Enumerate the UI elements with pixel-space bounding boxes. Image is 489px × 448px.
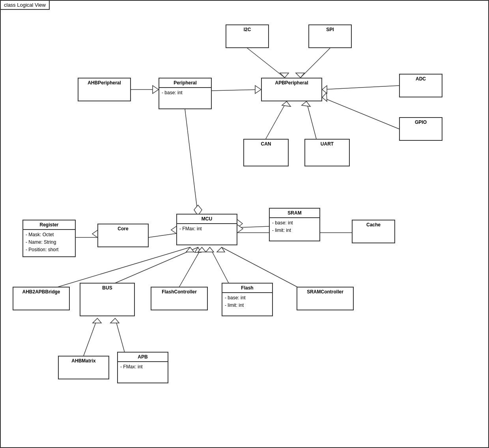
box-SRAMController: SRAMController — [297, 287, 354, 310]
svg-line-16 — [185, 109, 198, 216]
box-Register: Register - Mask: Octet- Name: String- Po… — [22, 220, 76, 257]
svg-line-14 — [306, 101, 316, 139]
box-Peripheral-attrs: - base: int — [159, 88, 211, 98]
box-MCU-attrs: - FMax: int — [177, 224, 237, 234]
svg-line-4 — [322, 86, 399, 90]
svg-line-10 — [212, 90, 261, 91]
svg-marker-39 — [110, 318, 119, 323]
box-UART-header: UART — [305, 140, 349, 148]
box-AHB2APBBridge-header: AHB2APBBridge — [13, 287, 69, 296]
svg-line-26 — [111, 247, 198, 285]
svg-line-6 — [322, 97, 399, 129]
box-SRAMController-header: SRAMController — [297, 287, 353, 296]
svg-marker-5 — [322, 86, 327, 93]
box-SPI-header: SPI — [309, 25, 351, 34]
box-APBPeripheral: APBPeripheral — [261, 78, 322, 101]
box-FlashController: FlashController — [151, 287, 208, 310]
diagram-container: class Logical View — [0, 0, 489, 448]
box-Register-header: Register — [23, 220, 75, 230]
svg-marker-1 — [280, 73, 289, 78]
box-GPIO: GPIO — [399, 117, 442, 141]
svg-line-12 — [266, 101, 287, 139]
svg-line-22 — [237, 226, 269, 228]
svg-marker-33 — [217, 247, 225, 252]
svg-marker-13 — [282, 101, 291, 106]
box-SRAM: SRAM - base: int- limit: int — [269, 208, 320, 241]
box-GPIO-header: GPIO — [400, 118, 442, 127]
box-Flash: Flash - base: int- limit: int — [222, 283, 273, 316]
box-ADC-header: ADC — [400, 75, 442, 83]
box-I2C: I2C — [226, 24, 269, 48]
svg-marker-7 — [322, 93, 327, 101]
svg-line-0 — [247, 48, 285, 78]
svg-line-20 — [149, 233, 176, 237]
box-Core-header: Core — [98, 224, 148, 233]
box-CAN: CAN — [243, 139, 289, 166]
svg-marker-29 — [198, 247, 206, 252]
box-SRAM-header: SRAM — [270, 209, 319, 218]
svg-marker-3 — [296, 73, 304, 78]
svg-line-30 — [210, 247, 230, 285]
box-BUS-header: BUS — [80, 284, 134, 292]
svg-marker-35 — [186, 247, 194, 252]
box-CAN-header: CAN — [244, 140, 288, 148]
box-Peripheral-header: Peripheral — [159, 78, 211, 88]
box-UART: UART — [304, 139, 350, 166]
box-AHBPeripheral-header: AHBPeripheral — [78, 78, 130, 87]
box-ADC: ADC — [399, 74, 442, 97]
box-AHBMatrix: AHBMatrix — [58, 356, 109, 379]
box-FlashController-header: FlashController — [151, 287, 207, 296]
diagram-title: class Logical View — [1, 1, 50, 10]
box-AHBPeripheral: AHBPeripheral — [78, 78, 131, 101]
box-Flash-attrs: - base: int- limit: int — [222, 293, 272, 310]
svg-marker-15 — [302, 101, 310, 106]
box-Cache-header: Cache — [353, 220, 394, 229]
box-BUS: BUS — [80, 283, 135, 316]
box-Core: Core — [97, 224, 149, 247]
svg-line-38 — [115, 318, 125, 354]
svg-line-2 — [300, 48, 330, 78]
box-AHBMatrix-header: AHBMatrix — [59, 357, 108, 365]
box-Flash-header: Flash — [222, 284, 272, 293]
box-SRAM-attrs: - base: int- limit: int — [270, 218, 319, 235]
svg-marker-27 — [195, 247, 201, 252]
svg-marker-37 — [93, 318, 101, 323]
box-SPI: SPI — [308, 24, 352, 48]
box-APBPeripheral-header: APBPeripheral — [262, 78, 321, 87]
box-Register-attrs: - Mask: Octet- Name: String- Position: s… — [23, 230, 75, 255]
box-AHB2APBBridge: AHB2APBBridge — [13, 287, 70, 310]
box-APB-header: APB — [118, 353, 168, 362]
box-MCU: MCU - FMax: int — [176, 214, 237, 245]
box-Cache: Cache — [352, 220, 395, 243]
box-MCU-header: MCU — [177, 215, 237, 224]
box-I2C-header: I2C — [226, 25, 268, 34]
box-APB-attrs: - FMax: int — [118, 362, 168, 372]
box-APB: APB - FMax: int — [117, 352, 168, 383]
svg-marker-31 — [206, 247, 214, 252]
svg-line-28 — [178, 247, 202, 289]
svg-marker-9 — [153, 86, 159, 93]
svg-line-36 — [84, 318, 97, 356]
box-Peripheral: Peripheral - base: int — [159, 78, 212, 109]
svg-marker-11 — [255, 86, 261, 93]
